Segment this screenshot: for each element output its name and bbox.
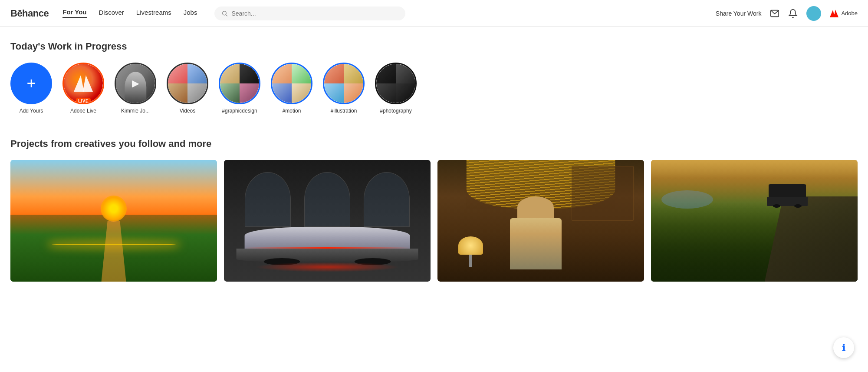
nav-jobs[interactable]: Jobs	[184, 9, 197, 18]
projects-title: Projects from creatives you follow and m…	[10, 138, 858, 149]
stories-title: Today's Work in Progress	[10, 41, 858, 52]
nav-right: Share Your Work Adobe	[716, 6, 858, 21]
story-label-adobe: Adobe Live	[70, 108, 96, 114]
video-play-icon: ▶	[132, 78, 139, 89]
nav-for-you[interactable]: For You	[62, 8, 86, 18]
nav-livestreams[interactable]: Livestreams	[136, 9, 171, 18]
story-label-motion: #motion	[283, 108, 301, 114]
project-card-mountain[interactable]	[651, 160, 858, 282]
adobe-logo[interactable]: Adobe	[830, 10, 858, 17]
nav-links: For You Discover Livestreams Jobs	[62, 8, 197, 18]
project-card-sunset[interactable]	[10, 160, 217, 282]
share-your-work-button[interactable]: Share Your Work	[716, 10, 762, 17]
svg-line-1	[226, 14, 227, 16]
bell-icon[interactable]	[788, 9, 798, 18]
avatar[interactable]	[806, 6, 821, 21]
story-motion[interactable]: # #motion	[271, 63, 312, 114]
story-label-add: Add Yours	[20, 108, 43, 114]
search-bar[interactable]	[214, 7, 405, 20]
adobe-creative-cloud-icon	[74, 75, 93, 92]
nav-discover[interactable]: Discover	[99, 9, 124, 18]
search-input[interactable]	[232, 10, 399, 17]
story-photography[interactable]: # #photography	[375, 63, 417, 114]
project-card-kitchen[interactable]	[437, 160, 644, 282]
story-label-kimmie: Kimmie Jo...	[121, 108, 150, 114]
project-card-car[interactable]	[224, 160, 431, 282]
story-label-videos: Videos	[180, 108, 195, 114]
projects-section: Projects from creatives you follow and m…	[10, 138, 858, 282]
story-label-photography: #photography	[380, 108, 411, 114]
projects-grid	[10, 160, 858, 282]
stories-section: Today's Work in Progress + Add Yours	[10, 41, 858, 117]
story-graphicdesign[interactable]: # #graphicdesign	[219, 63, 260, 114]
story-label-illustration: #illustration	[331, 108, 357, 114]
story-adobe-live[interactable]: LIVE Adobe Live	[62, 63, 104, 114]
story-videos[interactable]: ▶ Videos	[167, 63, 208, 114]
story-add-yours[interactable]: + Add Yours	[10, 63, 52, 114]
adobe-label: Adobe	[841, 10, 858, 17]
svg-point-0	[223, 11, 227, 15]
add-icon: +	[26, 76, 36, 91]
brand-logo[interactable]: Bēhance	[10, 8, 49, 19]
adobe-icon	[830, 10, 838, 17]
search-icon	[221, 10, 228, 17]
stories-row: + Add Yours LIVE	[10, 63, 858, 117]
story-label-graphicdesign: #graphicdesign	[222, 108, 257, 114]
story-kimmie[interactable]: ▶ Kimmie Jo...	[115, 63, 156, 114]
live-badge: LIVE	[76, 98, 91, 103]
main-content: Today's Work in Progress + Add Yours	[0, 27, 868, 282]
mail-icon[interactable]	[770, 9, 779, 18]
navbar: Bēhance For You Discover Livestreams Job…	[0, 0, 868, 27]
story-illustration[interactable]: # #illustration	[323, 63, 365, 114]
